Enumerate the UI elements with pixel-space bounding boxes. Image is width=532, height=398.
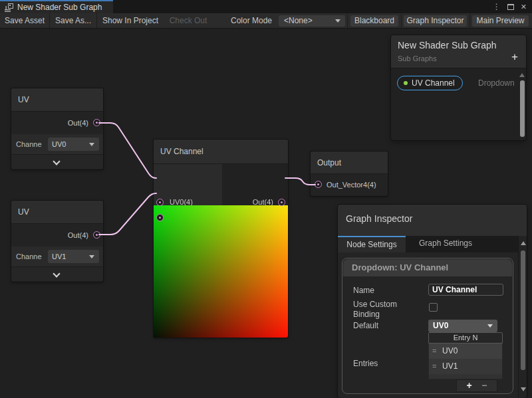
blackboard-panel: New Shader Sub Graph Sub Graphs + UV Cha…: [391, 35, 526, 140]
window-close-icon[interactable]: ✕: [521, 0, 527, 13]
output-port[interactable]: [93, 231, 100, 239]
node-control-row: Channe UV1: [11, 247, 103, 266]
name-label: Name: [353, 286, 374, 295]
name-field[interactable]: [428, 284, 503, 296]
use-custom-binding-label: Use Custom Binding: [353, 300, 416, 320]
node-title[interactable]: UV: [11, 88, 103, 112]
inspector-scrollbar[interactable]: [518, 236, 527, 398]
check-out-button: Check Out: [164, 13, 213, 28]
dropdown-arrow-icon: [335, 19, 340, 23]
entry-row-uv1[interactable]: = UV1: [429, 359, 502, 374]
use-custom-binding-checkbox[interactable]: [429, 303, 438, 312]
add-entry-button[interactable]: +: [467, 380, 472, 391]
tab-graph-settings[interactable]: Graph Settings: [406, 236, 485, 252]
inspector-title: Graph Inspector: [346, 213, 412, 224]
blackboard-header: New Shader Sub Graph Sub Graphs +: [391, 35, 526, 68]
toolbar-separator: [347, 13, 348, 28]
node-title[interactable]: Output: [311, 151, 388, 174]
window-menu-icon[interactable]: ⋮: [493, 0, 501, 13]
graph-inspector-toggle-button[interactable]: Graph Inspector: [404, 15, 467, 27]
entries-list: Entry N = UV0 = UV1: [428, 332, 503, 379]
add-property-button[interactable]: +: [511, 51, 518, 62]
node-port-row: Out(4): [11, 224, 103, 247]
input-port-out-vector4[interactable]: [315, 181, 322, 188]
port-label: Out_Vector4(4): [327, 174, 376, 195]
node-uv-channel[interactable]: UV Channel UV0(4) UV1(4) Out(4): [154, 140, 288, 338]
channel-dropdown[interactable]: UV0: [48, 138, 99, 151]
toolbar-separator: [469, 13, 470, 28]
inspector-content: Dropdown: UV Channel Name Use Custom Bin…: [338, 252, 518, 398]
section-title: Dropdown: UV Channel: [343, 259, 512, 276]
entry-row-uv0[interactable]: = UV0: [429, 344, 502, 359]
color-mode-dropdown[interactable]: <None>: [279, 15, 345, 27]
collapse-toggle[interactable]: [11, 154, 103, 169]
main-preview-toggle-button[interactable]: Main Preview: [472, 15, 529, 27]
edge-uv1[interactable]: [99, 193, 156, 235]
node-port-row: Out_Vector4(4): [311, 174, 388, 195]
scroll-up-icon[interactable]: [521, 241, 526, 245]
blackboard-property-row: UV Channel Dropdown: [397, 76, 463, 90]
scrollbar-thumb[interactable]: [520, 80, 525, 137]
dropdown-settings-section: Dropdown: UV Channel Name Use Custom Bin…: [342, 258, 513, 394]
node-title[interactable]: UV Channel: [154, 140, 288, 164]
remove-entry-button[interactable]: −: [481, 380, 487, 391]
save-as-button[interactable]: Save As...: [50, 13, 96, 28]
color-mode-label: Color Mode: [226, 13, 277, 28]
show-in-project-button[interactable]: Show In Project: [97, 13, 164, 28]
inspector-tab-bar: Node Settings Graph Settings: [338, 236, 518, 252]
channel-value: UV0: [52, 138, 66, 151]
window-maximize-icon[interactable]: [507, 4, 514, 10]
toolbar-separator: [401, 13, 402, 28]
blackboard-subtitle: Sub Graphs: [398, 54, 437, 62]
channel-label: Channe: [16, 134, 42, 154]
node-output[interactable]: Output Out_Vector4(4): [311, 151, 388, 196]
dropdown-arrow-icon: [89, 143, 94, 146]
input-port-uv1[interactable]: [156, 214, 164, 221]
port-label: Out(4): [68, 224, 88, 247]
property-type-label: Dropdown: [478, 78, 515, 88]
output-port[interactable]: [93, 119, 100, 126]
blackboard-toggle-button[interactable]: Blackboard: [350, 15, 398, 27]
dropdown-arrow-icon: [487, 324, 493, 328]
node-title[interactable]: UV: [11, 201, 103, 224]
entry-name: UV1: [442, 359, 458, 374]
drag-handle-icon[interactable]: =: [432, 359, 436, 374]
chevron-down-icon: [53, 157, 60, 165]
save-asset-button[interactable]: Save Asset: [0, 13, 49, 28]
chevron-down-icon: [53, 270, 60, 277]
title-bar: New Shader Sub Graph ⋮ ✕: [0, 0, 532, 13]
channel-label: Channe: [16, 247, 42, 266]
node-uv-2[interactable]: UV Out(4) Channe UV1: [11, 201, 103, 282]
edge-uv0[interactable]: [99, 123, 156, 178]
node-uv-1[interactable]: UV Out(4) Channe UV0: [11, 88, 103, 169]
default-value: UV0: [433, 320, 448, 332]
channel-dropdown[interactable]: UV1: [48, 250, 99, 263]
input-port-uv0[interactable]: [156, 199, 164, 206]
scroll-down-icon[interactable]: [521, 387, 526, 391]
port-label: Out(4): [68, 112, 88, 134]
property-label: UV Channel: [412, 78, 455, 88]
entry-name: UV0: [442, 344, 458, 359]
drag-handle-icon[interactable]: =: [432, 344, 436, 359]
property-pill-uv-channel[interactable]: UV Channel: [397, 76, 463, 90]
output-port[interactable]: [278, 199, 285, 206]
default-label: Default: [353, 321, 378, 330]
tab-node-settings[interactable]: Node Settings: [338, 236, 406, 252]
sub-graph-icon: [5, 3, 13, 12]
inspector-header: Graph Inspector: [338, 205, 527, 236]
tab-new-shader-sub-graph[interactable]: New Shader Sub Graph: [0, 0, 113, 13]
window-controls: ⋮ ✕: [493, 0, 532, 13]
channel-value: UV1: [52, 250, 66, 263]
collapse-toggle[interactable]: [11, 266, 103, 281]
scroll-up-icon[interactable]: [519, 73, 525, 77]
entries-rows: = UV0 = UV1: [428, 344, 503, 379]
scrollbar-thumb[interactable]: [521, 250, 525, 370]
entries-header: Entry N: [428, 332, 503, 344]
entries-list-footer: + −: [456, 379, 497, 392]
node-port-row: Out(4): [11, 112, 103, 134]
entries-label: Entries: [353, 359, 378, 368]
node-control-row: Channe UV0: [11, 134, 103, 154]
entries-empty-space: [429, 374, 502, 379]
default-dropdown[interactable]: UV0: [428, 320, 497, 332]
tab-title: New Shader Sub Graph: [17, 3, 102, 12]
